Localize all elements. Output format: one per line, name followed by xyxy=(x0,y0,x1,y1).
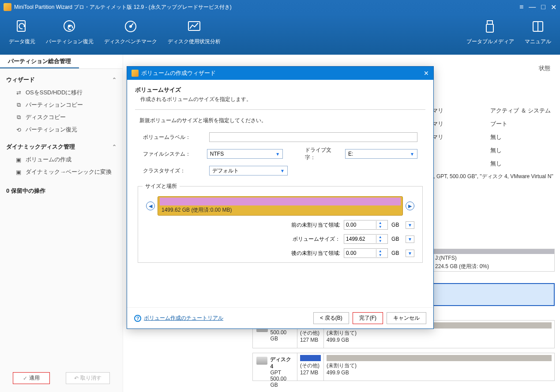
pending-ops: 0 保留中の操作 xyxy=(0,183,123,199)
unit-dropdown[interactable]: ▼ xyxy=(406,221,414,229)
label-after-unalloc: 後の未割り当て領域: xyxy=(283,250,340,257)
back-button[interactable]: < 戻る(B) xyxy=(313,312,349,324)
ribbon-bootable-media[interactable]: ブータブルメディア xyxy=(466,19,514,45)
chart-icon xyxy=(186,19,202,34)
minimize-icon[interactable]: — xyxy=(529,3,536,11)
dialog-instruction: 新規ボリュームのサイズと場所を指定してください。 xyxy=(139,117,425,124)
volume-label-input[interactable] xyxy=(209,132,417,142)
before-unalloc-spinner[interactable]: ▲▼ xyxy=(344,220,388,230)
label-filesystem: ファイルシステム： xyxy=(143,150,207,158)
help-icon: ? xyxy=(134,315,141,322)
disk-row-4[interactable]: ディスク 4GPT500.00 GB (その他)127 MB (未割り当て)49… xyxy=(252,353,555,381)
chevron-up-icon: ⌃ xyxy=(112,144,117,150)
svg-rect-8 xyxy=(486,24,493,32)
ribbon-manual[interactable]: マニュアル xyxy=(525,19,551,45)
cluster-size-select[interactable]: デフォルト▼ xyxy=(209,166,288,175)
cell-state-2: ブート xyxy=(490,120,507,128)
ribbon-disk-usage[interactable]: ディスク使用状況分析 xyxy=(168,19,221,45)
apply-button[interactable]: ✓適用 xyxy=(13,372,50,384)
gauge-icon xyxy=(123,19,139,34)
unit-dropdown[interactable]: ▼ xyxy=(406,235,414,243)
shift-left-button[interactable]: ◀ xyxy=(146,202,155,210)
filesystem-select[interactable]: NTFS▼ xyxy=(207,149,283,159)
freespace-text: ., GPT, 500.00 GB", "ディスク 4, VMware Virt… xyxy=(432,173,553,180)
cell-state-4: 無し xyxy=(490,146,502,154)
label-cluster-size: クラスタサイズ： xyxy=(143,167,209,175)
label-drive-letter: ドライブ文字： xyxy=(305,146,341,161)
svg-line-5 xyxy=(131,23,133,26)
arrow-icon: ⇄ xyxy=(15,89,22,96)
size-bar[interactable]: 1499.62 GB (使用済:0.00 MB) xyxy=(158,196,403,216)
ribbon-partition-recovery[interactable]: パーティション復元 xyxy=(46,19,94,45)
document-restore-icon xyxy=(14,19,30,34)
svg-rect-7 xyxy=(487,21,492,24)
sidebar-header-wizard[interactable]: ウィザード⌃ xyxy=(6,73,117,86)
finish-button[interactable]: 完了(F) xyxy=(353,312,383,324)
titlebar: MiniTool Partition Wizard プロ・アルティメット版 12… xyxy=(0,0,560,14)
dialog-heading: ボリュームサイズ xyxy=(135,86,425,94)
recover-icon: ⟲ xyxy=(15,126,22,133)
sidebar-dynamic-more[interactable]: ▣ダイナミック→ベーシックに変換 xyxy=(6,166,117,178)
selected-partition-box[interactable] xyxy=(432,283,555,306)
cell-state-1: アクティブ ＆ システム xyxy=(490,107,551,115)
sidebar-header-dynamic[interactable]: ダイナミックディスク管理⌃ xyxy=(6,140,117,153)
drive-letter-select[interactable]: E:▼ xyxy=(345,149,417,159)
fieldset-legend: サイズと場所 xyxy=(143,183,180,190)
undo-button[interactable]: ↶取り消す xyxy=(66,372,110,384)
chevron-down-icon: ▼ xyxy=(410,152,414,157)
label-before-unalloc: 前の未割り当て領域: xyxy=(283,221,340,229)
partition-unallocated[interactable]: (未割り当て)499.9 GB xyxy=(323,353,554,381)
maximize-icon[interactable]: □ xyxy=(541,3,545,11)
chevron-down-icon: ▼ xyxy=(275,152,280,157)
tutorial-link[interactable]: ?ボリューム作成のチュートリアル xyxy=(134,314,223,322)
shift-right-button[interactable]: ▶ xyxy=(406,202,414,210)
disk-icon xyxy=(256,357,267,365)
app-icon xyxy=(4,3,11,11)
label-volume-size: ボリュームサイズ： xyxy=(283,235,340,243)
partition-box-j[interactable]: J:(NTFS) 224.5 GB (使用済: 0%) xyxy=(432,249,555,272)
ribbon: データ復元 パーティション復元 ディスクベンチマーク ディスク使用状況分析 ブー… xyxy=(0,14,560,55)
book-icon xyxy=(530,19,546,34)
undo-icon: ↶ xyxy=(74,375,79,381)
ribbon-disk-benchmark[interactable]: ディスクベンチマーク xyxy=(104,19,157,45)
label-volume-label: ボリュームラベル： xyxy=(143,134,209,141)
close-icon[interactable]: ✕ xyxy=(551,3,556,11)
sidebar-partition-recover[interactable]: ⟲パーティション復元 xyxy=(6,123,117,136)
dialog-close-icon[interactable]: ✕ xyxy=(424,70,429,77)
sidebar-create-volume[interactable]: ▣ボリュームの作成 xyxy=(6,153,117,166)
sidebar: パーティション総合管理 ウィザード⌃ ⇄OSをSSD/HDDに移行 ⧉パーティシ… xyxy=(0,55,123,392)
sidebar-os-migrate[interactable]: ⇄OSをSSD/HDDに移行 xyxy=(6,86,117,99)
unit-dropdown[interactable]: ▼ xyxy=(406,250,414,257)
col-state: 状態 xyxy=(539,64,550,72)
cancel-button[interactable]: キャンセル xyxy=(387,312,426,324)
menu-icon[interactable]: ≡ xyxy=(519,3,523,11)
disk-icon: ⧉ xyxy=(15,114,22,121)
cell-state-5: 無し xyxy=(490,160,502,168)
sidebar-partition-copy[interactable]: ⧉パーティションコピー xyxy=(6,99,117,111)
create-volume-wizard-dialog: ボリュームの作成ウィザード ✕ ボリュームサイズ 作成されるボリュームのサイズを… xyxy=(127,66,434,329)
usb-icon xyxy=(482,19,498,34)
dialog-subheading: 作成されるボリュームのサイズを指定します。 xyxy=(140,96,425,103)
convert-icon: ▣ xyxy=(15,168,22,175)
after-unalloc-spinner[interactable]: ▲▼ xyxy=(344,248,388,258)
chevron-down-icon: ▼ xyxy=(280,168,285,173)
disk-restore-icon xyxy=(62,19,78,34)
volume-icon: ▣ xyxy=(15,156,22,163)
tab-partition-mgmt[interactable]: パーティション総合管理 xyxy=(0,55,79,68)
check-icon: ✓ xyxy=(23,375,27,381)
chevron-up-icon: ⌃ xyxy=(112,77,117,83)
cell-state-3: 無し xyxy=(490,133,502,141)
app-title: MiniTool Partition Wizard プロ・アルティメット版 12… xyxy=(14,4,232,11)
size-location-fieldset: サイズと場所 ◀ 1499.62 GB (使用済:0.00 MB) ▶ 前の未割… xyxy=(138,186,423,263)
volume-size-spinner[interactable]: ▲▼ xyxy=(344,234,388,244)
partition-other[interactable]: (その他)127 MB xyxy=(297,353,323,381)
sidebar-disk-copy[interactable]: ⧉ディスクコピー xyxy=(6,111,117,123)
dialog-titlebar[interactable]: ボリュームの作成ウィザード ✕ xyxy=(127,67,433,80)
wizard-icon xyxy=(132,70,139,77)
copy-icon: ⧉ xyxy=(15,101,22,108)
ribbon-data-recovery[interactable]: データ復元 xyxy=(9,19,35,45)
